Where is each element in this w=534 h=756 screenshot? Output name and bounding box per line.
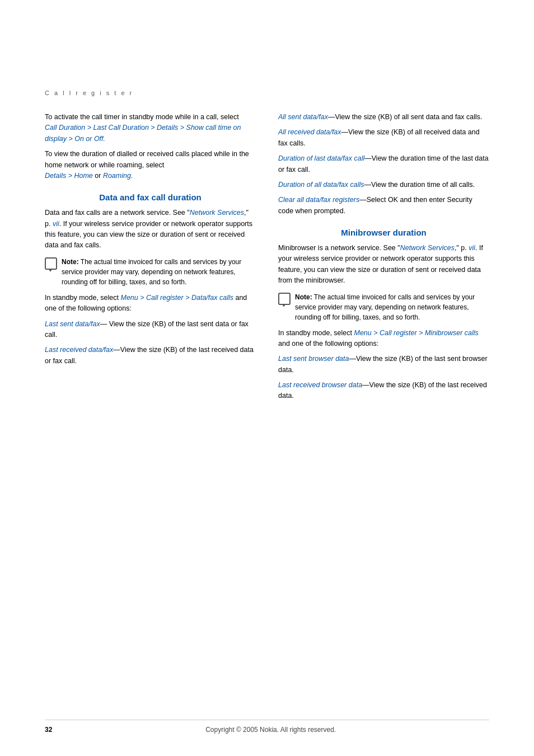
note-icon-2	[278, 293, 291, 305]
section2-body1: Minibrowser is a network service. See "N…	[278, 243, 489, 287]
term-item-all-received: All received data/fax—View the size (KB)…	[278, 127, 489, 149]
section2-heading: Minibrowser duration	[278, 228, 489, 237]
note-text-2: Note: The actual time invoiced for calls…	[295, 292, 489, 322]
page: C a l l r e g i s t e r To activate the …	[0, 0, 534, 756]
term-item-last-sent: Last sent data/fax— View the size (KB) o…	[45, 319, 256, 341]
term-clear-all: Clear all data/fax registers	[278, 196, 359, 204]
term-item-duration-last: Duration of last data/fax call—View the …	[278, 153, 489, 175]
note-box-1: Note: The actual time invoiced for calls…	[45, 257, 256, 287]
term-item-duration-all: Duration of all data/fax calls—View the …	[278, 180, 489, 190]
page-number: 32	[45, 726, 52, 734]
term-item-last-received: Last received data/fax—View the size (KB…	[45, 345, 256, 367]
section2-body2: In standby mode, select Menu > Call regi…	[278, 328, 489, 350]
details-home-link[interactable]: Details > Home	[45, 172, 93, 180]
page-footer: 32 Copyright © 2005 Nokia. All rights re…	[45, 720, 489, 734]
right-column: All sent data/fax—View the size (KB) of …	[278, 112, 489, 406]
header-title: C a l l r e g i s t e r	[45, 90, 133, 96]
section1-body2: In standby mode, select Menu > Call regi…	[45, 293, 256, 314]
term-item-last-received-browser: Last received browser data—View the size…	[278, 380, 489, 402]
note-box-2: Note: The actual time invoiced for calls…	[278, 292, 489, 322]
term-last-sent: Last sent data/fax	[45, 320, 100, 328]
network-services-link1[interactable]: Network Services	[190, 209, 244, 217]
two-column-layout: To activate the call timer in standby mo…	[45, 112, 489, 406]
left-column: To activate the call timer in standby mo…	[45, 112, 256, 406]
term-item-last-sent-browser: Last sent browser data—View the size (KB…	[278, 354, 489, 375]
term-all-received: All received data/fax	[278, 128, 341, 136]
note-content-2: The actual time invoiced for calls and s…	[295, 293, 475, 321]
roaming-link[interactable]: Roaming.	[103, 172, 133, 180]
note-content-1: The actual time invoiced for calls and s…	[62, 258, 241, 286]
term-item-all-sent: All sent data/fax—View the size (KB) of …	[278, 112, 489, 123]
page-header: C a l l r e g i s t e r	[45, 90, 489, 96]
network-services-link2[interactable]: Network Services	[400, 244, 455, 252]
term-last-received: Last received data/fax	[45, 346, 113, 354]
section1-body1: Data and fax calls are a network service…	[45, 208, 256, 251]
term-last-received-browser: Last received browser data	[278, 381, 362, 389]
vii-link1[interactable]: vii	[53, 220, 59, 228]
term-duration-all: Duration of all data/fax calls	[278, 181, 364, 189]
term-all-sent: All sent data/fax	[278, 113, 328, 121]
intro-paragraph-1: To activate the call timer in standby mo…	[45, 112, 256, 144]
menu-call-register-link2[interactable]: Menu > Call register > Minibrowser calls	[354, 329, 479, 337]
note-label-2: Note:	[295, 293, 312, 301]
note-text-1: Note: The actual time invoiced for calls…	[62, 257, 256, 287]
menu-call-register-link1[interactable]: Menu > Call register > Data/fax calls	[121, 294, 233, 302]
intro-paragraph-2: To view the duration of dialled or recei…	[45, 149, 256, 181]
call-duration-link[interactable]: Call Duration > Last Call Duration > Det…	[45, 124, 241, 142]
copyright-text: Copyright © 2005 Nokia. All rights reser…	[52, 726, 489, 734]
note-label-1: Note:	[62, 258, 79, 266]
section1-heading: Data and fax call duration	[45, 192, 256, 202]
term-last-sent-browser: Last sent browser data	[278, 355, 349, 363]
vii-link2[interactable]: vii	[469, 244, 475, 252]
term-duration-last: Duration of last data/fax call	[278, 154, 364, 162]
term-item-clear-all: Clear all data/fax registers—Select OK a…	[278, 195, 489, 217]
note-icon-1	[45, 257, 57, 270]
